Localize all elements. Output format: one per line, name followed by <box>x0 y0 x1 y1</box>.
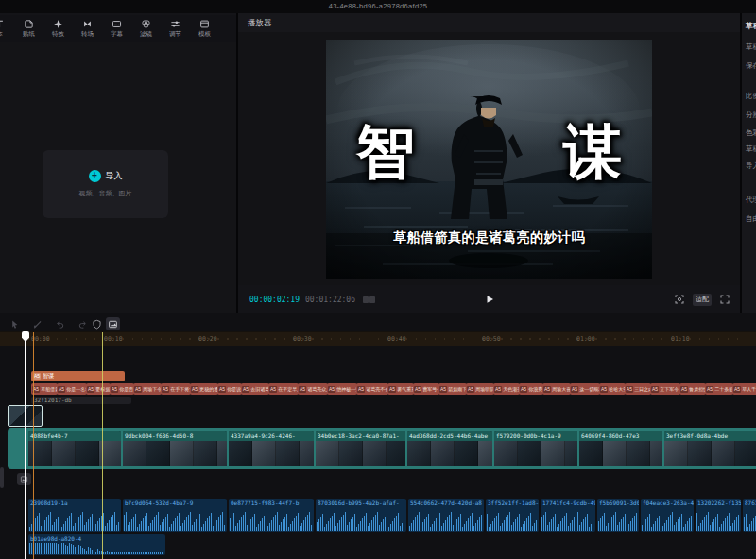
media-tool-2[interactable]: 贴纸 <box>14 19 43 39</box>
ratio-button[interactable]: 适配 <box>693 294 712 306</box>
media-tool-7[interactable]: 调节 <box>161 19 190 39</box>
video-clip[interactable]: 4088bfe4b-7 <box>28 431 121 466</box>
timeline-ruler[interactable]: 00:0000:1000:2000:3000:4000:5001:0001:10 <box>0 331 756 346</box>
title-text-clip[interactable]: A5 智谋 <box>31 371 125 381</box>
audio-clip[interactable]: f04eace3-263a-4ea5- <box>641 499 694 532</box>
media-tool-1[interactable]: 本 <box>0 19 14 39</box>
audio-clip[interactable]: b7c9d064-532d-4ba7-9 <box>123 499 227 532</box>
media-tool-8[interactable]: 模板 <box>190 19 219 39</box>
video-clip[interactable]: 9dbck004-f636-4d50-8 <box>123 431 227 466</box>
audio-clip[interactable]: 3ff52e1ff-1ad8-4a4d <box>486 499 539 532</box>
marker-yellow-line[interactable] <box>102 332 103 559</box>
subtitle-clip[interactable]: A5雾气重重 <box>387 383 414 395</box>
subtitle-clip[interactable]: A5三日之内 <box>625 383 651 395</box>
subtitle-clip[interactable]: A5在手下将士 <box>161 383 191 395</box>
waveform-bar <box>746 514 747 531</box>
video-frame <box>146 441 170 466</box>
track-scroll-handle[interactable] <box>0 467 4 488</box>
video-clip-frames <box>494 441 577 466</box>
waveform-bar <box>80 546 81 554</box>
subtitle-clip[interactable]: A5草人千个 <box>732 383 756 395</box>
waveform-bar <box>60 514 60 531</box>
meta-text-clip[interactable]: 32f12017-db <box>31 397 131 404</box>
audio-clip[interactable]: 13202262-f135-4e00- <box>696 499 741 532</box>
subtitle-clip[interactable]: A5周瑜下令 <box>133 383 162 395</box>
timeline-tool-cursor[interactable] <box>8 317 22 330</box>
import-dropzone[interactable]: + 导入 视频、音频、图片 <box>43 150 168 218</box>
waveform-bar <box>415 517 416 531</box>
fit-frame-icon[interactable] <box>674 294 685 305</box>
subtitle-clip[interactable]: A5这一切顺利 <box>570 383 600 395</box>
import-hint: 视频、音频、图片 <box>79 189 132 198</box>
media-tool-5[interactable]: 字幕 <box>102 19 131 39</box>
timeline-tool-shield[interactable] <box>90 317 104 330</box>
fullscreen-icon[interactable] <box>719 294 730 305</box>
waveform-bar <box>549 522 550 531</box>
subtitle-clip[interactable]: A5去旧诸葛 <box>241 383 269 395</box>
subtitle-clip[interactable]: A5你浪费 <box>519 383 543 395</box>
subtitle-clip[interactable]: A5要根据 <box>86 383 111 395</box>
subtitle-clip[interactable]: A5箭如雨下 <box>438 383 467 395</box>
waveform-bar <box>218 517 219 531</box>
waveform-bar <box>194 522 195 531</box>
audio-clip[interactable]: 0e877715-f983-44f7-b <box>229 499 314 532</box>
subtitle-clip-badge: A5 <box>328 386 335 393</box>
video-frame <box>123 441 146 466</box>
video-clip[interactable]: f579200-0d0b-4c1a-9 <box>494 431 577 466</box>
waveform-bar <box>523 524 524 531</box>
audio-clip[interactable]: 8703016d-b995-4a2b-afaf- <box>316 499 406 532</box>
subtitle-clip[interactable]: A5周瑜大喜 <box>542 383 571 395</box>
subtitle-clip[interactable]: A5更稳的通 <box>190 383 218 395</box>
waveform-bar <box>201 527 202 531</box>
timeline-tool-redo[interactable] <box>76 317 90 330</box>
audio-clip[interactable]: 554c0662-477d-420d-a8 <box>408 499 484 532</box>
media-tool-3[interactable]: 特效 <box>43 19 73 39</box>
media-tool-4[interactable]: 转场 <box>73 19 102 39</box>
audio-clip[interactable]: 23908d19-1a <box>28 499 121 532</box>
subtitle-clip[interactable]: A5曹军号令 <box>413 383 439 395</box>
audio-track-2-clip[interactable]: b01ae98d-a820-4 <box>28 534 165 555</box>
waveform-bar <box>133 517 134 531</box>
video-clip[interactable]: 34b0ec18-3ac2-4ca0-87a1- <box>316 431 405 466</box>
media-tool-6[interactable]: 滤镜 <box>131 19 161 39</box>
marker-orange-line[interactable] <box>33 332 34 559</box>
audio-clip[interactable]: 876156db-38ca-41 <box>743 499 756 532</box>
timeline-tool-undo[interactable] <box>53 317 67 330</box>
audio-clip[interactable]: 17741fc4-9cdb-49 <box>541 499 595 532</box>
subtitle-clip[interactable]: A5周瑜听后 <box>466 383 494 395</box>
draft-settings-panel: 草稿 草稿保存比例分辨色彩草稿导入代理自由 <box>742 13 756 313</box>
subtitle-clip[interactable]: A5草船借箭 <box>31 383 58 395</box>
timeline-tool-blade[interactable] <box>30 317 44 330</box>
timeline-tool-cover[interactable] <box>106 317 120 330</box>
video-clip[interactable]: 4337a9a4-9c26-4246- <box>229 431 314 466</box>
subtitle-clip[interactable]: A5二十条船 <box>705 383 733 395</box>
video-clip-name: f579200-0d0b-4c1a-9 <box>494 431 577 441</box>
video-preview[interactable]: 智 谋 草船借箭真的是诸葛亮的妙计吗 <box>326 40 652 279</box>
waveform-bar <box>583 519 584 531</box>
subtitle-clip[interactable]: A5诸葛亮不会骗 <box>356 383 388 395</box>
subtitle-clip[interactable]: A5你是说 <box>217 383 242 395</box>
video-clip[interactable]: 3eff3e8f-0d8a-4bde <box>664 431 756 466</box>
subtitle-clip[interactable]: A5你是否 <box>110 383 134 395</box>
subtitle-clip[interactable]: A5鲁肃担忧 <box>679 383 706 395</box>
frame-compare-icon[interactable] <box>363 296 375 303</box>
waveform-bar <box>322 514 323 531</box>
subtitle-clip[interactable]: A5哈哈大笑 <box>599 383 626 395</box>
waveform-bar <box>341 517 342 531</box>
subtitle-clip[interactable]: A5天色渐亮 <box>493 383 520 395</box>
video-clip[interactable]: 4ad368dd-2cd5-44b6-4abe <box>407 431 492 466</box>
video-clip[interactable]: 64069f4-860d-47e3 <box>579 431 662 466</box>
subtitle-clip[interactable]: A5他神秘一笑 <box>327 383 357 395</box>
play-button[interactable] <box>482 292 497 307</box>
audio-clip[interactable]: f5b69091-3d01-47b <box>597 499 639 532</box>
video-clip-name: 4337a9a4-9c26-4246- <box>229 431 314 441</box>
waveform-bar <box>655 521 656 531</box>
subtitle-clip[interactable]: A5在平定早几 <box>268 383 299 395</box>
subtitle-clip[interactable]: A5你是一名将 <box>57 383 87 395</box>
waveform-bar <box>243 515 244 531</box>
subtitle-clip[interactable]: A5诸葛亮众人 <box>298 383 328 395</box>
subtitle-clip[interactable]: A5立下军令状 <box>650 383 680 395</box>
import-button[interactable]: + 导入 <box>89 170 123 182</box>
waveform-bar <box>627 527 627 531</box>
waveform-bar <box>129 522 130 531</box>
